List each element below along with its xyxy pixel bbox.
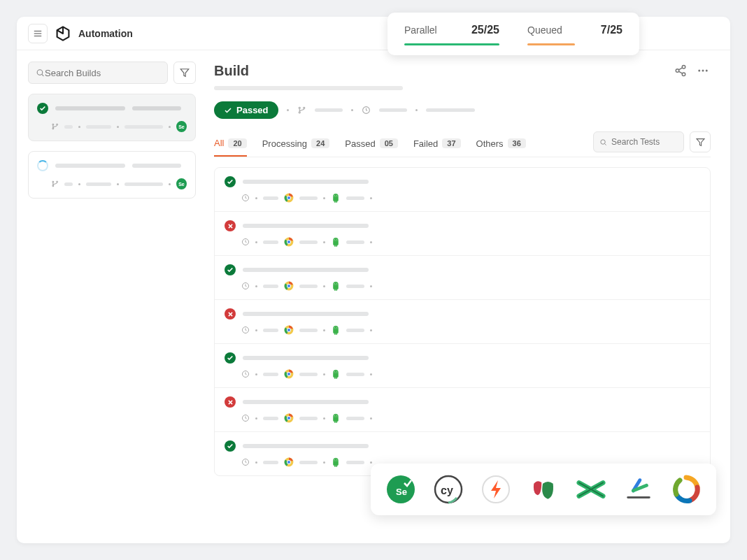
android-icon xyxy=(331,281,341,291)
svg-point-39 xyxy=(334,239,335,240)
search-builds-box[interactable] xyxy=(28,62,168,84)
test-row[interactable] xyxy=(215,168,710,212)
placeholder xyxy=(243,268,369,272)
more-button[interactable] xyxy=(697,64,711,78)
status-badge-label: Passed xyxy=(236,105,269,115)
svg-point-58 xyxy=(287,373,290,375)
svg-point-45 xyxy=(334,283,335,284)
placeholder xyxy=(299,196,318,200)
placeholder xyxy=(55,164,125,168)
separator-dot xyxy=(255,417,257,419)
placeholder xyxy=(346,329,364,332)
status-loading-icon xyxy=(37,160,48,171)
separator-dot xyxy=(370,373,372,375)
placeholder xyxy=(263,196,278,200)
separator-dot xyxy=(255,329,257,331)
status-pass-icon xyxy=(225,264,236,275)
tabs: All 20 Processing 24 Passed 05 Failed 37… xyxy=(214,131,711,157)
placeholder xyxy=(346,196,364,200)
status-badge: Passed xyxy=(214,101,278,119)
chrome-icon xyxy=(284,369,294,379)
svg-point-11 xyxy=(57,181,58,182)
chrome-icon xyxy=(284,413,294,423)
search-tests-box[interactable] xyxy=(593,131,684,152)
separator-dot xyxy=(255,285,257,287)
placeholder xyxy=(263,329,278,332)
android-icon xyxy=(331,457,341,467)
svg-point-60 xyxy=(336,371,337,372)
separator-dot xyxy=(78,183,80,185)
placeholder xyxy=(55,106,125,110)
clock-icon xyxy=(241,326,250,334)
svg-point-19 xyxy=(706,69,708,71)
placeholder xyxy=(243,400,369,404)
build-title: Build xyxy=(214,63,249,79)
status-fail-icon xyxy=(225,220,236,231)
test-row[interactable] xyxy=(215,388,710,432)
menu-button[interactable] xyxy=(28,24,48,43)
test-row[interactable] xyxy=(215,344,710,388)
filter-builds-button[interactable] xyxy=(173,62,196,84)
svg-point-46 xyxy=(336,283,337,284)
placeholder xyxy=(86,182,111,186)
clock-icon xyxy=(241,282,250,290)
tab-others[interactable]: Others 36 xyxy=(476,133,526,156)
svg-point-74 xyxy=(336,459,337,460)
tab-all[interactable]: All 20 xyxy=(214,132,247,157)
chrome-icon xyxy=(284,193,294,203)
tab-count: 20 xyxy=(228,138,246,148)
stat-queued-value: 7/25 xyxy=(601,24,622,36)
placeholder xyxy=(64,182,72,186)
svg-point-38 xyxy=(287,240,290,243)
svg-point-67 xyxy=(334,415,335,416)
svg-text:cy: cy xyxy=(441,484,453,496)
filter-tests-button[interactable] xyxy=(690,131,711,152)
share-button[interactable] xyxy=(674,64,688,78)
separator-dot xyxy=(370,417,372,419)
separator-dot xyxy=(323,285,325,287)
stat-parallel: Parallel 25/25 xyxy=(404,24,499,45)
search-builds-input[interactable] xyxy=(45,68,160,78)
selenium-icon: Se xyxy=(386,475,415,504)
xcui-icon xyxy=(576,475,606,504)
clock-icon xyxy=(241,458,250,466)
svg-point-73 xyxy=(334,459,335,460)
svg-line-4 xyxy=(42,74,43,76)
build-card[interactable]: Se xyxy=(28,151,196,199)
placeholder xyxy=(64,125,72,129)
separator-dot xyxy=(323,329,325,331)
build-card[interactable]: Se xyxy=(28,94,196,141)
tab-processing[interactable]: Processing 24 xyxy=(262,133,330,156)
svg-point-30 xyxy=(287,196,290,199)
search-tests-input[interactable] xyxy=(611,137,678,147)
branch-icon xyxy=(51,180,59,188)
svg-point-18 xyxy=(702,69,704,71)
test-row[interactable] xyxy=(215,212,710,256)
svg-point-66 xyxy=(287,417,290,419)
tab-passed[interactable]: Passed 05 xyxy=(345,133,398,156)
app-logo-icon xyxy=(55,25,71,42)
separator-dot xyxy=(323,241,325,243)
placeholder xyxy=(426,108,475,112)
share-icon xyxy=(674,64,687,77)
tab-label: Others xyxy=(476,138,504,149)
search-icon xyxy=(599,138,607,147)
svg-text:Se: Se xyxy=(396,487,407,497)
test-row[interactable] xyxy=(215,256,710,300)
placeholder xyxy=(243,356,369,360)
page-title: Automation xyxy=(78,28,133,39)
placeholder xyxy=(263,461,278,464)
search-icon xyxy=(36,68,45,78)
filter-icon xyxy=(180,68,190,78)
separator-dot xyxy=(323,197,325,199)
svg-point-7 xyxy=(52,128,54,129)
test-list xyxy=(214,167,711,476)
integrations-panel: Se cy xyxy=(371,464,716,515)
svg-point-20 xyxy=(299,107,300,108)
test-row[interactable] xyxy=(215,300,710,344)
separator-dot xyxy=(255,461,257,464)
tab-failed[interactable]: Failed 37 xyxy=(413,133,461,156)
svg-point-40 xyxy=(336,239,337,240)
svg-marker-26 xyxy=(697,138,704,145)
clock-icon xyxy=(241,414,250,422)
